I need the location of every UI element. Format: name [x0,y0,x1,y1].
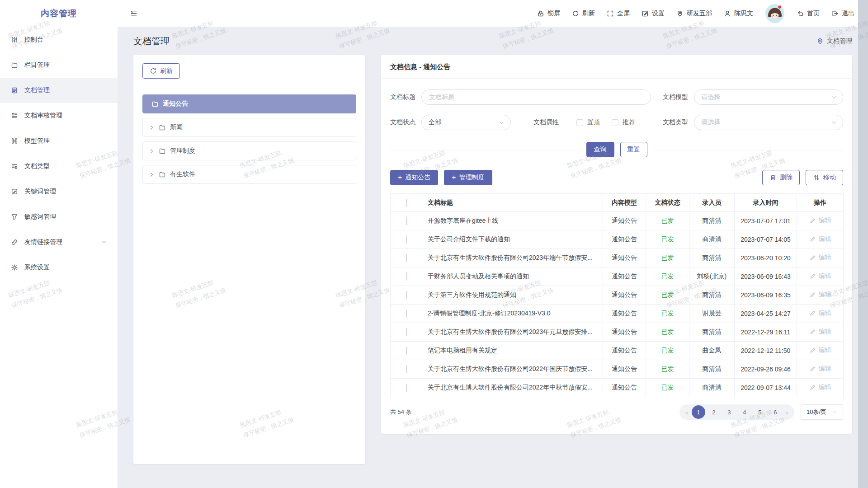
page-6[interactable]: 6 [769,405,782,419]
row-checkbox[interactable] [406,235,407,244]
sidebar-item-2[interactable]: 文档管理 [0,78,118,103]
next-page-button[interactable]: › [784,408,790,416]
row-checkbox[interactable] [406,365,407,373]
sidebar-item-5[interactable]: 文档类型 [0,154,118,179]
location-pin-icon [676,10,684,17]
page-5[interactable]: 5 [753,405,767,419]
sidebar-collapse-icon[interactable] [130,10,137,17]
cell-action: 编辑 [797,286,844,305]
edit-button[interactable]: 编辑 [809,346,831,354]
cell-time: 2023-06-09 16:35 [735,286,797,305]
sidebar-item-3[interactable]: 文档审核管理 [0,103,118,128]
cell-operator: 刘杨(北京) [689,267,735,286]
location-pin-icon [816,38,824,45]
doc-title-input[interactable] [421,89,651,105]
row-checkbox[interactable] [406,217,407,225]
page-1[interactable]: 1 [692,405,705,419]
delete-button[interactable]: 删除 [762,170,800,185]
row-checkbox[interactable] [406,310,407,318]
prev-page-button[interactable]: ‹ [684,408,690,416]
cell-time: 2022-09-07 13:44 [735,379,797,397]
search-button[interactable]: 查询 [586,142,614,157]
edit-button-label: 编辑 [819,346,831,354]
department[interactable]: 研发五部 [676,9,712,18]
tree-node-label: 新闻 [170,123,183,131]
pencil-icon [809,291,816,298]
settings-label: 设置 [652,9,665,18]
user-avatar[interactable] [765,4,785,23]
sidebar-item-7[interactable]: 敏感词管理 [0,204,118,230]
settings[interactable]: 设置 [642,9,665,18]
row-checkbox[interactable] [406,254,407,262]
edit-button[interactable]: 编辑 [809,365,831,373]
pencil-icon [809,217,816,224]
fullscreen[interactable]: 全屏 [607,9,630,18]
edit-button-label: 编辑 [819,216,831,225]
cell-operator: 商清清 [689,323,735,342]
edit-button[interactable]: 编辑 [809,309,831,317]
refresh-icon [150,67,157,75]
refresh[interactable]: 刷新 [572,9,595,18]
edit-button[interactable]: 编辑 [809,253,831,262]
department-label: 研发五部 [687,9,712,18]
row-checkbox[interactable] [406,384,407,392]
column-header-5: 操作 [797,194,844,212]
keyword-edit-icon [11,188,18,195]
row-checkbox[interactable] [406,328,407,336]
page-title: 文档管理 [133,35,170,47]
sidebar-item-4[interactable]: 模型管理 [0,128,118,154]
edit-button[interactable]: 编辑 [809,291,831,299]
current-user[interactable]: 陈思文 [724,9,753,18]
edit-button[interactable]: 编辑 [809,216,831,225]
tree-node-2[interactable]: 管理制度 [142,141,356,160]
edit-button[interactable]: 编辑 [809,235,831,243]
sidebar-item-8[interactable]: 友情链接管理 [0,230,118,255]
sidebar-item-0[interactable]: 控制台 [0,27,118,52]
edit-button[interactable]: 编辑 [809,272,831,280]
row-select-cell [391,267,422,286]
column-header-0: 文档标题 [422,194,603,212]
select-all-checkbox[interactable] [406,199,407,207]
sidebar-item-9[interactable]: 系统设置 [0,255,118,280]
page-4[interactable]: 4 [738,405,751,419]
add-rule-button[interactable]: + 管理制度 [444,170,492,185]
reset-button[interactable]: 重置 [620,142,647,157]
row-checkbox[interactable] [406,272,407,281]
attr-recommend-checkbox[interactable] [612,119,618,126]
page-size-select[interactable]: 10条/页 [801,404,843,420]
sidebar-item-label: 文档管理 [24,86,50,94]
lock-screen[interactable]: 锁屏 [537,9,560,18]
filter-row-2: 文档状态 全部 文档属性 置顶 [390,115,843,130]
edit-button[interactable]: 编辑 [809,383,831,391]
home[interactable]: 首页 [797,9,820,18]
sidebar-item-6[interactable]: 关键词管理 [0,179,118,204]
row-checkbox[interactable] [406,291,407,299]
home-label: 首页 [807,9,820,18]
page-2[interactable]: 2 [707,405,721,419]
doc-model-placeholder: 请选择 [701,93,720,101]
doc-type-select[interactable]: 请选择 [694,115,843,130]
tree-node-0[interactable]: 通知公告 [142,94,356,113]
sidebar-item-1[interactable]: 栏目管理 [0,52,118,78]
logout[interactable]: 退出 [831,9,854,18]
cell-operator: 商清清 [689,360,735,379]
tree-node-3[interactable]: 有生软件 [142,165,356,184]
doc-status-select[interactable]: 全部 [421,115,511,130]
tree-refresh-button[interactable]: 刷新 [142,63,180,79]
row-checkbox[interactable] [406,347,407,355]
folder-icon [159,147,166,155]
page-3[interactable]: 3 [722,405,736,419]
sidebar-item-label: 关键词管理 [24,188,56,196]
scrollbar[interactable] [858,0,868,488]
chevron-down-icon [831,94,837,100]
add-notice-button[interactable]: + 通知公告 [390,170,438,185]
tree-node-1[interactable]: 新闻 [142,118,356,137]
doc-model-select[interactable]: 请选择 [694,89,843,105]
attr-top-checkbox[interactable] [576,119,583,126]
refresh-label: 刷新 [582,9,595,18]
edit-button[interactable]: 编辑 [809,328,831,336]
move-button[interactable]: 移动 [806,170,843,185]
logout-label: 退出 [842,9,854,18]
cell-title: 开源数字底座在gitee上线 [422,212,603,230]
tree-node-label: 有生软件 [170,170,195,178]
